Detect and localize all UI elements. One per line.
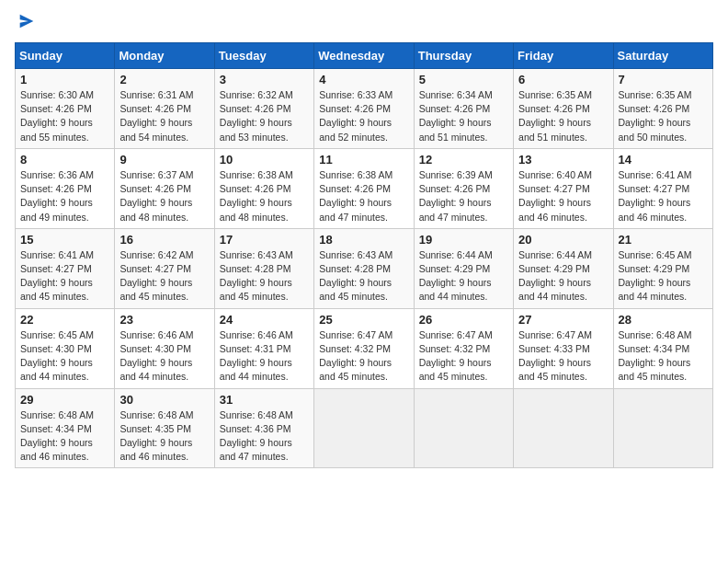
header-wednesday: Wednesday (314, 43, 414, 69)
day-info: Sunrise: 6:41 AMSunset: 4:27 PMDaylight:… (619, 168, 708, 224)
header (15, 15, 713, 31)
day-cell (613, 388, 712, 468)
day-info: Sunrise: 6:47 AMSunset: 4:33 PMDaylight:… (518, 328, 608, 385)
week-row-0: 1Sunrise: 6:30 AMSunset: 4:26 PMDaylight… (16, 69, 713, 149)
day-cell: 7Sunrise: 6:35 AMSunset: 4:26 PMDaylight… (613, 69, 712, 149)
header-tuesday: Tuesday (214, 43, 313, 69)
day-info: Sunrise: 6:47 AMSunset: 4:32 PMDaylight:… (319, 328, 408, 385)
day-info: Sunrise: 6:35 AMSunset: 4:26 PMDaylight:… (518, 88, 608, 144)
day-number: 10 (220, 153, 309, 167)
day-number: 8 (20, 153, 109, 167)
day-cell: 21Sunrise: 6:45 AMSunset: 4:29 PMDayligh… (613, 228, 712, 308)
day-number: 3 (220, 73, 309, 86)
day-info: Sunrise: 6:35 AMSunset: 4:26 PMDaylight:… (619, 88, 708, 144)
day-info: Sunrise: 6:36 AMSunset: 4:26 PMDaylight:… (20, 168, 109, 224)
day-number: 20 (518, 233, 608, 247)
day-number: 6 (518, 73, 608, 86)
day-number: 7 (619, 73, 708, 86)
day-cell: 1Sunrise: 6:30 AMSunset: 4:26 PMDaylight… (16, 69, 115, 149)
day-info: Sunrise: 6:40 AMSunset: 4:27 PMDaylight:… (518, 168, 608, 224)
day-info: Sunrise: 6:46 AMSunset: 4:31 PMDaylight:… (220, 328, 309, 385)
day-cell: 26Sunrise: 6:47 AMSunset: 4:32 PMDayligh… (414, 308, 513, 388)
day-number: 18 (319, 233, 408, 247)
day-cell: 28Sunrise: 6:48 AMSunset: 4:34 PMDayligh… (613, 308, 712, 388)
day-info: Sunrise: 6:45 AMSunset: 4:29 PMDaylight:… (619, 248, 708, 304)
day-number: 24 (220, 313, 309, 327)
day-number: 25 (319, 313, 408, 327)
day-number: 22 (20, 313, 109, 327)
day-cell: 25Sunrise: 6:47 AMSunset: 4:32 PMDayligh… (314, 308, 414, 388)
day-number: 13 (518, 153, 608, 167)
day-cell: 18Sunrise: 6:43 AMSunset: 4:28 PMDayligh… (314, 228, 414, 308)
day-number: 5 (419, 73, 508, 86)
day-cell: 2Sunrise: 6:31 AMSunset: 4:26 PMDaylight… (115, 69, 214, 149)
day-cell: 17Sunrise: 6:43 AMSunset: 4:28 PMDayligh… (214, 228, 313, 308)
day-info: Sunrise: 6:38 AMSunset: 4:26 PMDaylight:… (319, 168, 408, 224)
day-info: Sunrise: 6:43 AMSunset: 4:28 PMDaylight:… (319, 248, 408, 304)
day-cell: 13Sunrise: 6:40 AMSunset: 4:27 PMDayligh… (514, 148, 613, 228)
day-info: Sunrise: 6:37 AMSunset: 4:26 PMDaylight:… (119, 168, 209, 224)
calendar-table: SundayMondayTuesdayWednesdayThursdayFrid… (15, 42, 713, 468)
day-cell: 15Sunrise: 6:41 AMSunset: 4:27 PMDayligh… (16, 228, 115, 308)
day-cell: 27Sunrise: 6:47 AMSunset: 4:33 PMDayligh… (514, 308, 613, 388)
header-friday: Friday (514, 43, 613, 69)
day-info: Sunrise: 6:38 AMSunset: 4:26 PMDaylight:… (220, 168, 309, 224)
day-cell: 24Sunrise: 6:46 AMSunset: 4:31 PMDayligh… (214, 308, 313, 388)
day-info: Sunrise: 6:42 AMSunset: 4:27 PMDaylight:… (119, 248, 209, 304)
day-cell: 6Sunrise: 6:35 AMSunset: 4:26 PMDaylight… (514, 69, 613, 149)
week-row-3: 22Sunrise: 6:45 AMSunset: 4:30 PMDayligh… (16, 308, 713, 388)
day-cell: 12Sunrise: 6:39 AMSunset: 4:26 PMDayligh… (414, 148, 513, 228)
day-cell: 10Sunrise: 6:38 AMSunset: 4:26 PMDayligh… (214, 148, 313, 228)
day-info: Sunrise: 6:45 AMSunset: 4:30 PMDaylight:… (20, 328, 109, 385)
day-cell: 16Sunrise: 6:42 AMSunset: 4:27 PMDayligh… (115, 228, 214, 308)
day-number: 16 (119, 233, 209, 247)
header-thursday: Thursday (414, 43, 513, 69)
day-info: Sunrise: 6:41 AMSunset: 4:27 PMDaylight:… (20, 248, 109, 304)
day-info: Sunrise: 6:34 AMSunset: 4:26 PMDaylight:… (419, 88, 508, 144)
header-sunday: Sunday (16, 43, 115, 69)
day-number: 19 (419, 233, 508, 247)
calendar-header-row: SundayMondayTuesdayWednesdayThursdayFrid… (16, 43, 713, 69)
day-cell: 3Sunrise: 6:32 AMSunset: 4:26 PMDaylight… (214, 69, 313, 149)
day-info: Sunrise: 6:32 AMSunset: 4:26 PMDaylight:… (220, 88, 309, 144)
week-row-2: 15Sunrise: 6:41 AMSunset: 4:27 PMDayligh… (16, 228, 713, 308)
day-info: Sunrise: 6:48 AMSunset: 4:34 PMDaylight:… (20, 408, 109, 465)
day-info: Sunrise: 6:47 AMSunset: 4:32 PMDaylight:… (419, 328, 508, 385)
day-info: Sunrise: 6:30 AMSunset: 4:26 PMDaylight:… (20, 88, 109, 144)
day-cell: 30Sunrise: 6:48 AMSunset: 4:35 PMDayligh… (115, 388, 214, 468)
logo-icon (17, 11, 37, 31)
day-number: 30 (119, 393, 209, 407)
day-number: 11 (319, 153, 408, 167)
day-cell (414, 388, 513, 468)
day-number: 14 (619, 153, 708, 167)
day-cell: 31Sunrise: 6:48 AMSunset: 4:36 PMDayligh… (214, 388, 313, 468)
day-cell: 11Sunrise: 6:38 AMSunset: 4:26 PMDayligh… (314, 148, 414, 228)
day-number: 29 (20, 393, 109, 407)
header-monday: Monday (115, 43, 214, 69)
svg-marker-0 (20, 15, 34, 29)
day-cell: 22Sunrise: 6:45 AMSunset: 4:30 PMDayligh… (16, 308, 115, 388)
header-saturday: Saturday (613, 43, 712, 69)
day-number: 23 (119, 313, 209, 327)
day-number: 17 (220, 233, 309, 247)
day-info: Sunrise: 6:46 AMSunset: 4:30 PMDaylight:… (119, 328, 209, 385)
day-cell: 23Sunrise: 6:46 AMSunset: 4:30 PMDayligh… (115, 308, 214, 388)
week-row-4: 29Sunrise: 6:48 AMSunset: 4:34 PMDayligh… (16, 388, 713, 468)
day-number: 27 (518, 313, 608, 327)
day-cell: 5Sunrise: 6:34 AMSunset: 4:26 PMDaylight… (414, 69, 513, 149)
day-info: Sunrise: 6:48 AMSunset: 4:35 PMDaylight:… (119, 408, 209, 465)
day-cell: 14Sunrise: 6:41 AMSunset: 4:27 PMDayligh… (613, 148, 712, 228)
day-number: 21 (619, 233, 708, 247)
day-info: Sunrise: 6:33 AMSunset: 4:26 PMDaylight:… (319, 88, 408, 144)
day-cell: 4Sunrise: 6:33 AMSunset: 4:26 PMDaylight… (314, 69, 414, 149)
day-number: 9 (119, 153, 209, 167)
day-info: Sunrise: 6:31 AMSunset: 4:26 PMDaylight:… (119, 88, 209, 144)
logo (15, 15, 37, 31)
day-cell: 9Sunrise: 6:37 AMSunset: 4:26 PMDaylight… (115, 148, 214, 228)
day-info: Sunrise: 6:44 AMSunset: 4:29 PMDaylight:… (518, 248, 608, 304)
day-info: Sunrise: 6:44 AMSunset: 4:29 PMDaylight:… (419, 248, 508, 304)
day-info: Sunrise: 6:43 AMSunset: 4:28 PMDaylight:… (220, 248, 309, 304)
day-number: 2 (119, 73, 209, 86)
day-cell: 8Sunrise: 6:36 AMSunset: 4:26 PMDaylight… (16, 148, 115, 228)
day-number: 1 (20, 73, 109, 86)
